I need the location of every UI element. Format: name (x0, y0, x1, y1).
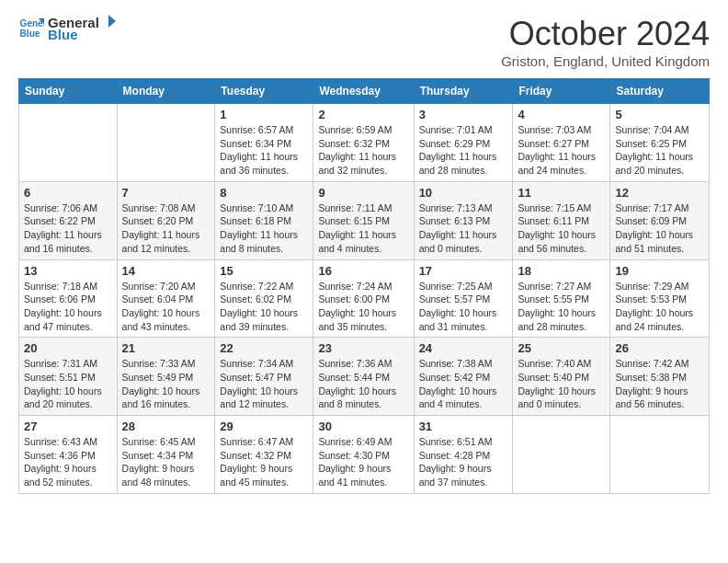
sunrise-text: Sunrise: 7:24 AM (318, 280, 408, 293)
daylight-text: Daylight: 9 hours and 41 minutes. (318, 462, 408, 488)
sunset-text: Sunset: 6:06 PM (24, 293, 112, 306)
week-row-4: 20Sunrise: 7:31 AMSunset: 5:51 PMDayligh… (19, 338, 710, 416)
sunset-text: Sunset: 4:32 PM (220, 449, 308, 463)
header-row: SundayMondayTuesdayWednesdayThursdayFrid… (19, 79, 710, 104)
day-cell: 14Sunrise: 7:20 AMSunset: 6:04 PMDayligh… (117, 259, 215, 338)
daylight-text: Daylight: 11 hours and 20 minutes. (615, 150, 704, 177)
day-cell: 9Sunrise: 7:11 AMSunset: 6:15 PMDaylight… (313, 181, 414, 259)
day-number: 26 (615, 341, 704, 355)
sunrise-text: Sunrise: 7:33 AM (122, 357, 210, 371)
daylight-text: Daylight: 9 hours and 45 minutes. (220, 462, 308, 488)
day-detail: Sunrise: 7:13 AMSunset: 6:13 PMDaylight:… (419, 201, 508, 256)
sunset-text: Sunset: 6:20 PM (122, 214, 210, 228)
sunrise-text: Sunrise: 7:29 AM (615, 280, 704, 293)
sunrise-text: Sunrise: 7:38 AM (419, 357, 508, 371)
day-cell: 3Sunrise: 7:01 AMSunset: 6:29 PMDaylight… (414, 104, 513, 182)
day-cell: 2Sunrise: 6:59 AMSunset: 6:32 PMDaylight… (313, 104, 414, 182)
calendar-table: SundayMondayTuesdayWednesdayThursdayFrid… (18, 78, 710, 494)
daylight-text: Daylight: 10 hours and 12 minutes. (220, 385, 308, 411)
day-cell: 19Sunrise: 7:29 AMSunset: 5:53 PMDayligh… (610, 259, 710, 338)
day-detail: Sunrise: 7:01 AMSunset: 6:29 PMDaylight:… (419, 123, 508, 178)
day-number: 1 (220, 108, 308, 121)
sunset-text: Sunset: 6:34 PM (220, 137, 308, 151)
day-detail: Sunrise: 7:11 AMSunset: 6:15 PMDaylight:… (318, 201, 408, 256)
sunrise-text: Sunrise: 6:49 AM (318, 435, 408, 449)
day-detail: Sunrise: 7:38 AMSunset: 5:42 PMDaylight:… (419, 357, 508, 411)
daylight-text: Daylight: 9 hours and 48 minutes. (122, 462, 210, 488)
sunset-text: Sunset: 5:53 PM (615, 293, 704, 306)
daylight-text: Daylight: 10 hours and 47 minutes. (24, 306, 112, 333)
day-number: 18 (518, 264, 605, 278)
svg-marker-3 (108, 15, 116, 28)
day-number: 30 (318, 419, 408, 433)
day-number: 17 (419, 264, 508, 278)
header-wednesday: Wednesday (313, 79, 414, 104)
sunrise-text: Sunrise: 7:13 AM (419, 201, 508, 215)
day-detail: Sunrise: 7:08 AMSunset: 6:20 PMDaylight:… (122, 201, 210, 256)
day-cell: 26Sunrise: 7:42 AMSunset: 5:38 PMDayligh… (610, 338, 710, 416)
sunrise-text: Sunrise: 7:11 AM (318, 201, 408, 215)
sunset-text: Sunset: 6:00 PM (318, 293, 408, 306)
sunrise-text: Sunrise: 6:51 AM (419, 435, 508, 449)
day-number: 20 (24, 341, 112, 355)
sunset-text: Sunset: 6:32 PM (318, 137, 408, 151)
day-detail: Sunrise: 7:34 AMSunset: 5:47 PMDaylight:… (220, 357, 308, 411)
daylight-text: Daylight: 11 hours and 8 minutes. (220, 228, 308, 255)
day-number: 25 (518, 341, 605, 355)
day-detail: Sunrise: 7:24 AMSunset: 6:00 PMDaylight:… (318, 280, 408, 334)
day-cell: 7Sunrise: 7:08 AMSunset: 6:20 PMDaylight… (117, 181, 215, 259)
daylight-text: Daylight: 10 hours and 51 minutes. (615, 228, 704, 255)
day-cell: 6Sunrise: 7:06 AMSunset: 6:22 PMDaylight… (19, 181, 118, 259)
day-detail: Sunrise: 7:17 AMSunset: 6:09 PMDaylight:… (615, 201, 704, 256)
sunset-text: Sunset: 6:09 PM (615, 214, 704, 228)
sunrise-text: Sunrise: 7:15 AM (518, 201, 605, 215)
daylight-text: Daylight: 10 hours and 28 minutes. (518, 306, 605, 333)
day-cell: 13Sunrise: 7:18 AMSunset: 6:06 PMDayligh… (19, 259, 118, 338)
page-header: General Blue General Blue October 2024 G… (18, 15, 710, 69)
day-detail: Sunrise: 7:22 AMSunset: 6:02 PMDaylight:… (220, 280, 308, 334)
daylight-text: Daylight: 9 hours and 52 minutes. (24, 462, 112, 488)
day-cell: 16Sunrise: 7:24 AMSunset: 6:00 PMDayligh… (313, 259, 414, 338)
daylight-text: Daylight: 11 hours and 12 minutes. (122, 228, 210, 255)
header-saturday: Saturday (610, 79, 710, 104)
sunrise-text: Sunrise: 6:43 AM (24, 435, 112, 449)
day-cell: 24Sunrise: 7:38 AMSunset: 5:42 PMDayligh… (414, 338, 513, 416)
daylight-text: Daylight: 10 hours and 16 minutes. (122, 385, 210, 411)
sunrise-text: Sunrise: 7:27 AM (518, 280, 605, 293)
sunrise-text: Sunrise: 7:18 AM (24, 280, 112, 293)
day-detail: Sunrise: 7:25 AMSunset: 5:57 PMDaylight:… (419, 280, 508, 334)
sunset-text: Sunset: 5:55 PM (518, 293, 605, 306)
sunset-text: Sunset: 6:11 PM (518, 214, 605, 228)
day-number: 12 (615, 186, 704, 200)
day-number: 22 (220, 341, 308, 355)
logo-icon: General Blue (18, 16, 44, 41)
day-detail: Sunrise: 7:33 AMSunset: 5:49 PMDaylight:… (122, 357, 210, 411)
day-cell: 22Sunrise: 7:34 AMSunset: 5:47 PMDayligh… (215, 338, 313, 416)
sunset-text: Sunset: 6:22 PM (24, 214, 112, 228)
location: Griston, England, United Kingdom (501, 53, 710, 69)
sunrise-text: Sunrise: 7:17 AM (615, 201, 704, 215)
sunset-text: Sunset: 5:42 PM (419, 371, 508, 385)
logo: General Blue General Blue (18, 15, 118, 42)
sunrise-text: Sunrise: 7:06 AM (24, 201, 112, 215)
sunset-text: Sunset: 4:30 PM (318, 449, 408, 463)
day-detail: Sunrise: 7:27 AMSunset: 5:55 PMDaylight:… (518, 280, 605, 334)
header-tuesday: Tuesday (215, 79, 313, 104)
day-number: 14 (122, 264, 210, 278)
sunrise-text: Sunrise: 7:10 AM (220, 201, 308, 215)
day-detail: Sunrise: 7:18 AMSunset: 6:06 PMDaylight:… (24, 280, 112, 334)
sunset-text: Sunset: 5:47 PM (220, 371, 308, 385)
sunset-text: Sunset: 4:34 PM (122, 449, 210, 463)
day-number: 6 (24, 186, 112, 200)
day-detail: Sunrise: 6:47 AMSunset: 4:32 PMDaylight:… (220, 435, 308, 489)
week-row-1: 1Sunrise: 6:57 AMSunset: 6:34 PMDaylight… (19, 104, 710, 182)
daylight-text: Daylight: 10 hours and 24 minutes. (615, 306, 704, 333)
day-number: 2 (318, 108, 408, 121)
daylight-text: Daylight: 10 hours and 43 minutes. (122, 306, 210, 333)
day-detail: Sunrise: 7:40 AMSunset: 5:40 PMDaylight:… (518, 357, 605, 411)
sunset-text: Sunset: 6:02 PM (220, 293, 308, 306)
day-cell: 29Sunrise: 6:47 AMSunset: 4:32 PMDayligh… (215, 416, 313, 494)
day-cell: 27Sunrise: 6:43 AMSunset: 4:36 PMDayligh… (19, 416, 118, 494)
day-cell: 30Sunrise: 6:49 AMSunset: 4:30 PMDayligh… (313, 416, 414, 494)
day-number: 13 (24, 264, 112, 278)
